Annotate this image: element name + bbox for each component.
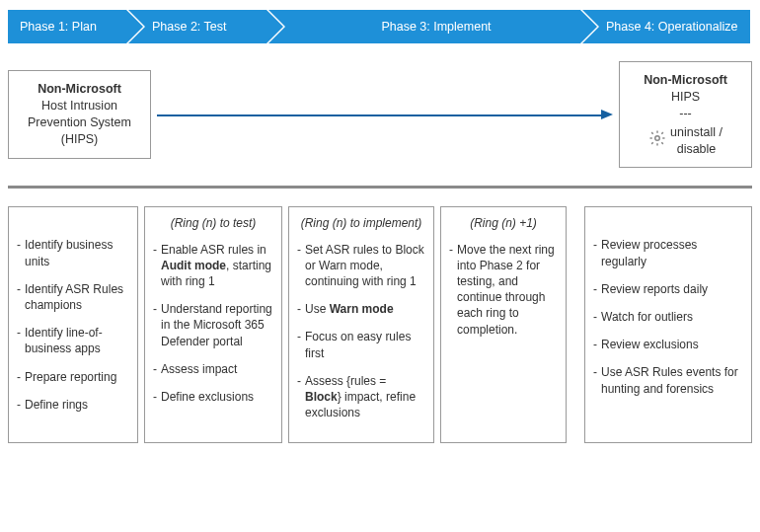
test-detail-box: (Ring (n) to test) Enable ASR rules in A… (144, 206, 282, 443)
target-sub: HIPS (671, 89, 700, 106)
source-hips-box: Non-Microsoft Host Intrusion Prevention … (8, 70, 151, 159)
plan-item: Prepare reporting (17, 369, 129, 385)
target-hips-box: Non-Microsoft HIPS --- uninstall / disab… (619, 61, 752, 168)
operationalize-item: Use ASR Rules events for hunting and for… (593, 364, 743, 396)
gear-icon (648, 129, 666, 152)
target-title: Non-Microsoft (644, 73, 727, 87)
phase-1-chevron: Phase 1: Plan (8, 10, 126, 43)
source-line-2: Prevention System (21, 114, 138, 131)
arrow-line (157, 114, 601, 116)
section-divider (8, 186, 752, 189)
phase-2-chevron: Phase 2: Test (128, 10, 266, 43)
operationalize-detail-box: Review processes regularly Review report… (584, 206, 752, 443)
test-item: Define exclusions (153, 389, 273, 405)
arrow-head-icon (601, 110, 613, 119)
implement-item: Assess {rules = Block} impact, refine ex… (297, 373, 425, 421)
phase-3-label: Phase 3: Implement (381, 20, 491, 34)
next-ring-item: Move the next ring into Phase 2 for test… (449, 242, 558, 338)
phase-4-label: Phase 4: Operationalize (606, 20, 737, 34)
phase-1-label: Phase 1: Plan (20, 20, 97, 34)
operationalize-item: Review reports daily (593, 281, 743, 297)
implement-detail-box: (Ring (n) to implement) Set ASR rules to… (288, 206, 434, 443)
implement-item: Set ASR rules to Block or Warn mode, con… (297, 242, 425, 290)
implement-header: (Ring (n) to implement) (297, 215, 425, 231)
source-line-3: (HIPS) (21, 131, 138, 148)
detail-columns: Identify business units Identify ASR Rul… (8, 206, 752, 443)
operationalize-item: Watch for outliers (593, 309, 743, 325)
test-item: Understand reporting in the Microsoft 36… (153, 301, 273, 349)
next-ring-header: (Ring (n) +1) (449, 215, 558, 231)
phase-4-chevron: Phase 4: Operationalize (582, 10, 750, 43)
source-line-1: Host Intrusion (21, 98, 138, 114)
plan-item: Identify business units (17, 237, 129, 268)
implement-item: Focus on easy rules first (297, 329, 425, 360)
phase-3-chevron: Phase 3: Implement (268, 10, 580, 43)
plan-item: Identify line-of-business apps (17, 325, 129, 356)
target-action-2: disable (670, 141, 722, 158)
test-item: Enable ASR rules in Audit mode, starting… (153, 242, 273, 290)
test-header: (Ring (n) to test) (153, 215, 273, 231)
plan-detail-box: Identify business units Identify ASR Rul… (8, 206, 138, 443)
phase-chevron-row: Phase 1: Plan Phase 2: Test Phase 3: Imp… (8, 10, 752, 43)
next-ring-detail-box: (Ring (n) +1) Move the next ring into Ph… (440, 206, 567, 443)
operationalize-item: Review processes regularly (593, 237, 743, 268)
implement-item: Use Warn mode (297, 301, 425, 317)
source-title: Non-Microsoft (38, 82, 121, 96)
target-action-1: uninstall / (670, 124, 722, 141)
target-sep: --- (679, 106, 692, 122)
plan-item: Identify ASR Rules champions (17, 281, 129, 313)
plan-item: Define rings (17, 397, 129, 413)
flow-row: Non-Microsoft Host Intrusion Prevention … (8, 61, 752, 168)
operationalize-item: Review exclusions (593, 337, 743, 352)
svg-point-0 (655, 136, 660, 141)
test-item: Assess impact (153, 361, 273, 377)
transition-arrow (157, 114, 613, 115)
phase-2-label: Phase 2: Test (152, 20, 227, 34)
